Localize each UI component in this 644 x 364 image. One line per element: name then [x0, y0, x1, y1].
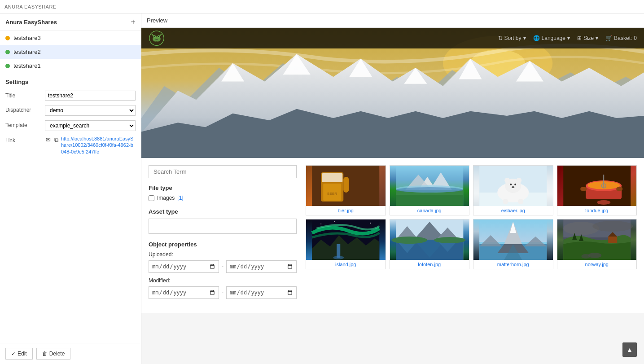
image-card-eisbaer[interactable]: eisbaer.jpg — [473, 165, 553, 215]
search-input[interactable] — [149, 165, 297, 178]
dispatcher-label: Dispatcher — [5, 105, 41, 113]
language-chevron-icon: ▾ — [567, 35, 570, 41]
svg-point-59 — [434, 237, 465, 243]
uploaded-from-date[interactable] — [149, 260, 219, 273]
share-status-dot-testshare1 — [5, 64, 10, 68]
asset-type-input[interactable] — [149, 219, 297, 234]
image-name-lofoten: lofoten.jpg — [390, 260, 469, 269]
template-value: example_search — [45, 120, 136, 131]
scroll-to-top-button[interactable]: ▲ — [622, 342, 637, 357]
settings-dispatcher-row: Dispatcher demo — [5, 105, 136, 116]
share-label-testshare3: testshare3 — [13, 35, 41, 41]
image-name-island: island.jpg — [306, 260, 386, 269]
template-select[interactable]: example_search — [45, 120, 136, 131]
size-button[interactable]: ⊞ Size ▾ — [577, 35, 598, 41]
size-label: Size — [583, 35, 594, 41]
sort-by-button[interactable]: ⇅ Sort by ▾ — [498, 35, 526, 41]
link-copy-button[interactable]: ⧉ — [53, 136, 59, 145]
preview-title: Preview — [147, 17, 167, 24]
svg-rect-10 — [322, 173, 342, 182]
uploaded-to-date[interactable] — [226, 260, 297, 273]
grid-icon: ⊞ — [577, 35, 582, 41]
trash-icon: 🗑 — [42, 351, 48, 357]
modified-to-date[interactable] — [226, 286, 297, 299]
language-label: Language — [542, 35, 565, 41]
image-card-matterhorn[interactable]: matterhorn.jpg — [473, 219, 553, 269]
settings-title: Settings — [5, 79, 136, 85]
share-item-testshare1[interactable]: testshare1 — [0, 59, 141, 73]
link-row: ✉ ⧉ http://localhost:8881/anuraEasyShare… — [45, 136, 136, 155]
title-input[interactable] — [45, 91, 136, 101]
image-card-fondue[interactable]: fondue.jpg — [557, 165, 637, 215]
modified-from-date[interactable] — [149, 286, 219, 299]
svg-point-71 — [563, 222, 599, 235]
share-item-testshare2[interactable]: testshare2 — [0, 45, 141, 59]
svg-point-26 — [504, 178, 510, 183]
svg-point-30 — [512, 186, 514, 188]
template-label: Template — [5, 120, 41, 128]
delete-label: Delete — [49, 351, 65, 357]
svg-rect-47 — [337, 244, 340, 258]
svg-point-77 — [588, 253, 601, 258]
sort-chevron-icon: ▾ — [523, 35, 526, 41]
file-type-title: File type — [149, 184, 297, 191]
share-status-dot-testshare2 — [5, 50, 10, 54]
settings-title-row: Title — [5, 91, 136, 101]
share-item-testshare3[interactable]: testshare3 — [0, 31, 141, 45]
svg-rect-31 — [503, 199, 508, 204]
eisbaer-svg — [473, 166, 553, 206]
asset-type-section: Asset type — [149, 208, 297, 234]
basket-button[interactable]: 🛒 Basket: 0 — [605, 35, 637, 41]
basket-count: 0 — [634, 35, 637, 41]
matterhorn-svg — [473, 219, 553, 260]
svg-point-28 — [510, 184, 512, 185]
search-filter-area: File type Images [1] Asset type — [141, 158, 644, 313]
svg-point-46 — [370, 223, 371, 224]
image-thumb-canada — [390, 166, 469, 206]
image-grid: BEER bier.jpg — [306, 165, 637, 306]
image-thumb-norway — [557, 219, 637, 260]
title-label: Title — [5, 91, 41, 99]
dispatcher-select[interactable]: demo — [45, 105, 136, 116]
svg-rect-38 — [580, 187, 587, 191]
images-checkbox-row[interactable]: Images [1] — [149, 195, 297, 201]
image-thumb-island — [306, 219, 386, 260]
top-bar: ANURA EASYSHARE — [0, 0, 644, 13]
uploaded-label: Uploaded: — [149, 251, 297, 258]
image-card-lofoten[interactable]: lofoten.jpg — [390, 219, 470, 269]
svg-point-58 — [391, 237, 427, 244]
edit-button[interactable]: ✓ Edit — [5, 348, 33, 360]
object-properties-title: Object properties — [149, 241, 297, 248]
dispatcher-value: demo — [45, 105, 136, 116]
globe-icon: 🌐 — [533, 35, 540, 41]
add-share-button[interactable]: + — [131, 18, 136, 26]
island-svg — [306, 219, 386, 260]
image-card-island[interactable]: island.jpg — [306, 219, 386, 269]
image-thumb-matterhorn — [473, 219, 553, 260]
modified-row: Modified: - — [149, 277, 297, 299]
file-type-section: File type Images [1] — [149, 184, 297, 201]
images-checkbox[interactable] — [149, 195, 154, 201]
svg-point-45 — [334, 221, 335, 222]
svg-point-29 — [514, 184, 516, 185]
svg-rect-73 — [608, 237, 617, 243]
language-button[interactable]: 🌐 Language ▾ — [533, 35, 570, 41]
svg-rect-32 — [518, 199, 523, 204]
image-card-canada[interactable]: canada.jpg — [390, 165, 470, 215]
svg-rect-11 — [343, 177, 349, 193]
link-label: Link — [5, 136, 41, 144]
modified-date-range: - — [149, 286, 297, 299]
asset-type-title: Asset type — [149, 208, 297, 215]
modified-label: Modified: — [149, 277, 297, 284]
image-thumb-eisbaer — [473, 166, 553, 206]
image-card-bier[interactable]: BEER bier.jpg — [306, 165, 386, 215]
images-count-badge: [1] — [177, 195, 183, 201]
delete-button[interactable]: 🗑 Delete — [36, 348, 71, 360]
share-label-testshare1: testshare1 — [13, 62, 41, 69]
link-value: ✉ ⧉ http://localhost:8881/anuraEasyShare… — [45, 136, 136, 155]
check-icon: ✓ — [11, 351, 16, 357]
link-email-button[interactable]: ✉ — [45, 136, 52, 144]
image-card-norway[interactable]: norway.jpg — [557, 219, 637, 269]
svg-point-21 — [396, 187, 463, 193]
preview-content[interactable]: ⇅ Sort by ▾ 🌐 Language ▾ ⊞ Size ▾ — [141, 28, 644, 364]
